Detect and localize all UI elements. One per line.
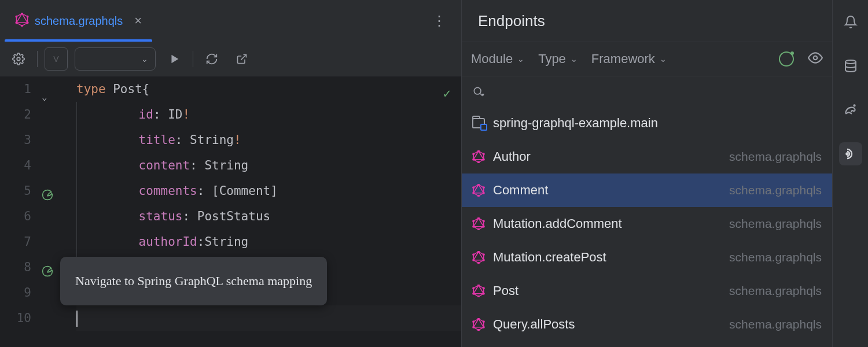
run-configuration-combo[interactable]: ⌄ (75, 47, 156, 71)
svg-point-47 (483, 293, 485, 295)
endpoint-file: schema.graphqls (729, 217, 822, 231)
endpoint-file: schema.graphqls (729, 284, 822, 298)
tab-bar-more-button[interactable]: ⋮ (423, 13, 457, 29)
svg-point-7 (15, 16, 17, 18)
svg-point-10 (474, 87, 481, 94)
svg-point-26 (472, 186, 475, 189)
separator (37, 51, 38, 67)
database-button[interactable] (839, 54, 862, 77)
editor-tab[interactable]: schema.graphqls × (5, 0, 152, 42)
filter-framework[interactable]: Framework⌄ (591, 51, 667, 67)
endpoint-row[interactable]: Authorschema.graphqls (462, 140, 832, 174)
gradle-button[interactable] (839, 98, 862, 121)
endpoints-search[interactable]: ▾ (462, 76, 832, 106)
svg-point-31 (483, 226, 485, 228)
editor-body[interactable]: 12345678910 ⌄ ✓ type Post{ id: ID! title… (0, 76, 461, 347)
notifications-button[interactable] (839, 10, 862, 34)
svg-marker-36 (473, 252, 484, 260)
svg-marker-1 (16, 13, 27, 23)
endpoint-label: Post (493, 283, 721, 298)
close-tab-button[interactable]: × (134, 13, 142, 28)
svg-point-18 (472, 153, 475, 155)
svg-point-49 (472, 293, 475, 295)
svg-point-46 (483, 287, 485, 289)
svg-marker-52 (473, 319, 484, 327)
graphql-icon (472, 318, 485, 331)
svg-point-33 (472, 226, 475, 228)
svg-point-17 (472, 158, 475, 161)
endpoints-tool-button[interactable] (839, 142, 862, 165)
endpoints-panel: Endpoints Module⌄ Type⌄ Framework⌄ ▾ spr… (462, 0, 832, 347)
svg-point-25 (472, 192, 475, 194)
svg-point-39 (483, 259, 485, 261)
graphql-icon (472, 285, 485, 297)
endpoint-label: Comment (493, 183, 721, 198)
svg-marker-20 (473, 184, 484, 193)
svg-point-41 (472, 259, 475, 261)
project-label: spring-graphql-example.main (493, 116, 822, 131)
filter-type[interactable]: Type⌄ (538, 51, 578, 67)
endpoint-row[interactable]: Commentschema.graphqls (462, 174, 832, 207)
svg-point-14 (483, 153, 485, 155)
svg-point-15 (483, 158, 485, 161)
gutter-tooltip-text: Navigate to Spring GraphQL schema mappin… (75, 274, 312, 288)
module-icon (472, 118, 485, 128)
svg-point-60 (854, 105, 855, 106)
svg-point-9 (814, 56, 818, 60)
endpoint-row[interactable]: Mutation.addCommentschema.graphqls (462, 207, 832, 241)
endpoint-label: Author (493, 149, 721, 164)
endpoint-label: Mutation.createPost (493, 250, 721, 265)
run-button[interactable] (163, 47, 186, 71)
fold-toggle[interactable]: ⌄ (42, 84, 47, 110)
svg-marker-28 (473, 218, 484, 227)
filter-module[interactable]: Module⌄ (471, 51, 524, 67)
endpoint-row[interactable]: Mutation.createPostschema.graphqls (462, 241, 832, 274)
graphql-icon (472, 217, 485, 230)
svg-point-38 (483, 253, 485, 256)
graphql-icon (15, 13, 29, 29)
show-source-icon[interactable] (808, 50, 823, 68)
graphql-icon (472, 184, 485, 197)
endpoints-project-row[interactable]: spring-graphql-example.main (462, 106, 832, 140)
svg-marker-12 (473, 151, 484, 160)
endpoints-title-text: Endpoints (478, 12, 545, 30)
gutter-annotations: ⌄ (39, 76, 69, 347)
run-toolbar: V ⌄ (0, 42, 461, 76)
endpoint-file: schema.graphqls (729, 250, 822, 264)
svg-point-59 (845, 60, 856, 64)
spring-mapping-gutter-icon[interactable] (42, 184, 53, 209)
svg-point-3 (27, 16, 29, 18)
svg-point-8 (17, 57, 20, 61)
svg-point-6 (15, 21, 17, 24)
editor-tab-bar: schema.graphqls × ⋮ (0, 0, 461, 42)
svg-point-22 (483, 186, 485, 189)
endpoint-row[interactable]: Postschema.graphqls (462, 274, 832, 308)
code-area[interactable]: ✓ type Post{ id: ID! title: String! cont… (69, 76, 461, 347)
svg-point-50 (472, 287, 475, 289)
graphql-icon (472, 251, 485, 264)
editor-tab-title: schema.graphqls (35, 14, 123, 28)
rerun-button[interactable] (200, 47, 223, 71)
endpoint-file: schema.graphqls (729, 318, 822, 331)
spring-mapping-gutter-icon[interactable] (42, 260, 53, 286)
endpoint-label: Mutation.addComment (493, 216, 721, 231)
svg-point-30 (483, 220, 485, 222)
line-number-gutter: 12345678910 (0, 76, 39, 347)
gutter-tooltip: Navigate to Spring GraphQL schema mappin… (60, 257, 327, 305)
graphql-icon (472, 150, 485, 163)
svg-point-4 (27, 21, 29, 24)
open-external-button[interactable] (230, 47, 253, 71)
svg-point-42 (472, 253, 475, 256)
openapi-icon[interactable] (779, 51, 794, 67)
endpoints-list: spring-graphql-example.main Authorschema… (462, 106, 832, 347)
svg-marker-44 (473, 285, 484, 294)
editor-panel: schema.graphqls × ⋮ V ⌄ 12 (0, 0, 462, 347)
endpoints-filters: Module⌄ Type⌄ Framework⌄ (462, 42, 832, 76)
svg-point-55 (483, 326, 485, 328)
select-run-target-button[interactable]: V (45, 47, 68, 71)
endpoint-file: schema.graphqls (729, 150, 822, 164)
endpoint-row[interactable]: Query.allPostsschema.graphqls (462, 308, 832, 341)
svg-point-23 (483, 192, 485, 194)
settings-button[interactable] (7, 47, 30, 71)
inspection-ok-icon[interactable]: ✓ (443, 81, 451, 106)
